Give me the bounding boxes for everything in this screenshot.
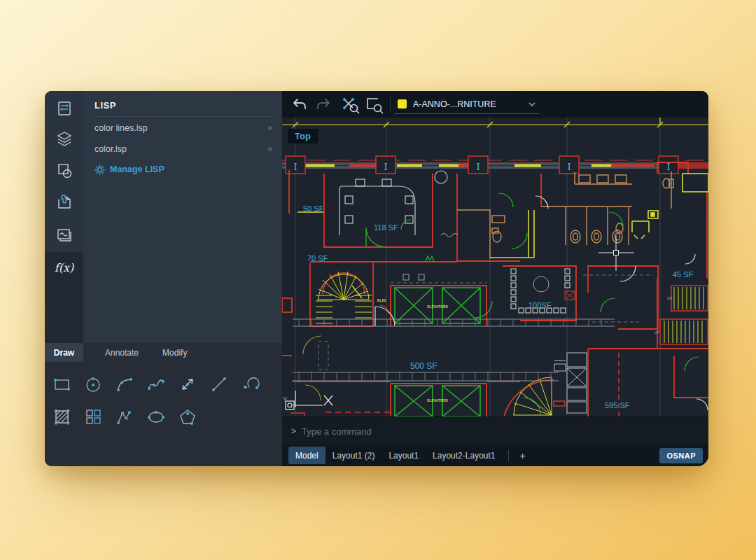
canvas-toolbar: A-ANNO-...RNITURE: [282, 91, 708, 118]
divider: [508, 450, 509, 461]
canvas-column: A-ANNO-...RNITURE: [282, 91, 708, 466]
toolbar-divider: [390, 97, 391, 112]
lisp-panel: LISP color lines.lsp color.lsp Manage LI…: [83, 91, 282, 343]
lisp-item-label: color.lsp: [94, 144, 127, 154]
svg-text:50 SF: 50 SF: [303, 204, 324, 213]
tab-layout2-layout1[interactable]: Layout2-Layout1: [426, 447, 502, 464]
spline-tool[interactable]: [144, 372, 168, 396]
fx-label: f(x): [55, 261, 74, 274]
svg-text:I: I: [384, 162, 388, 172]
svg-text:500 SF: 500 SF: [410, 361, 438, 371]
manage-lisp-button[interactable]: Manage LISP: [94, 161, 164, 178]
floor-plan-drawing: I I I I I: [282, 118, 708, 416]
view-cube-label[interactable]: Top: [288, 129, 318, 144]
svg-text:I: I: [294, 162, 298, 172]
undo-button[interactable]: [288, 94, 312, 115]
manage-lisp-label: Manage LISP: [110, 164, 164, 174]
tab-model[interactable]: Model: [288, 447, 326, 464]
multiline-tool[interactable]: [113, 405, 136, 428]
gear-icon: [94, 164, 105, 175]
lisp-panel-title: LISP: [94, 100, 116, 111]
tab-layout1-2[interactable]: Layout1 (2): [326, 447, 382, 464]
tool-tab-row: Draw Annotate Modify: [45, 343, 282, 362]
osnap-button[interactable]: OSNAP: [659, 448, 703, 463]
block-tool[interactable]: [81, 405, 105, 428]
svg-text:Y: Y: [283, 396, 288, 404]
divider: [94, 116, 271, 117]
lisp-item[interactable]: color.lsp: [83, 139, 282, 160]
arc-tool[interactable]: [113, 372, 136, 396]
layer-dropdown-value: A-ANNO-...RNITURE: [413, 99, 522, 109]
layer-color-swatch: [398, 99, 407, 108]
svg-text:595 SF: 595 SF: [605, 401, 630, 410]
blocks-icon[interactable]: [45, 155, 83, 186]
command-placeholder: Type a command: [302, 426, 372, 437]
svg-text:ELEVATORS: ELEVATORS: [427, 304, 448, 309]
layer-dropdown[interactable]: A-ANNO-...RNITURE: [395, 95, 539, 114]
svg-text:100SF: 100SF: [528, 301, 552, 309]
svg-text:I: I: [667, 162, 671, 172]
xline-tool[interactable]: [176, 372, 200, 396]
add-layout-button[interactable]: +: [514, 450, 531, 461]
line-tool[interactable]: [207, 372, 231, 396]
command-prompt-icon: >: [291, 426, 296, 436]
zoom-window-icon[interactable]: [362, 94, 386, 115]
svg-text:ELEVATORS: ELEVATORS: [427, 398, 448, 402]
redo-button[interactable]: [312, 94, 335, 115]
svg-text:70 SF: 70 SF: [307, 254, 328, 262]
zoom-selection-icon[interactable]: [338, 94, 362, 115]
hatch-tool[interactable]: [50, 405, 74, 428]
panel-settings-icon[interactable]: [45, 93, 83, 124]
svg-text:I: I: [477, 162, 480, 172]
layers-icon[interactable]: [45, 124, 83, 155]
tab-modify[interactable]: Modify: [150, 343, 199, 362]
svg-text:DN: DN: [667, 296, 673, 300]
arc-continue-tool[interactable]: [239, 372, 262, 396]
images-icon[interactable]: [45, 220, 83, 251]
drawing-viewport[interactable]: I I I I I: [282, 118, 708, 416]
svg-text:ELEC: ELEC: [377, 298, 387, 302]
svg-text:45 SF: 45 SF: [673, 270, 694, 279]
lisp-item[interactable]: color lines.lsp: [83, 118, 282, 139]
ellipse-tool[interactable]: [144, 405, 168, 428]
command-input[interactable]: > Type a command: [282, 416, 708, 445]
draw-tools-panel: [45, 362, 282, 466]
tab-annotate[interactable]: Annotate: [93, 343, 150, 362]
lisp-functions-icon[interactable]: f(x): [45, 252, 83, 283]
svg-text:UP: UP: [654, 330, 660, 335]
rectangle-tool[interactable]: [50, 372, 74, 396]
desktop-background: { "sidebar": { "icons": ["panel-settings…: [0, 0, 756, 560]
lisp-item-menu-dot[interactable]: [268, 126, 272, 130]
lisp-item-label: color lines.lsp: [94, 123, 148, 133]
layout-tab-bar: Model Layout1 (2) Layout1 Layout2-Layout…: [282, 444, 708, 466]
app-window: f(x) LISP color lines.lsp color.lsp Mana…: [45, 91, 708, 466]
svg-text:118 SF: 118 SF: [374, 223, 398, 232]
polygon-tool[interactable]: [176, 405, 200, 428]
tab-layout1[interactable]: Layout1: [382, 447, 426, 464]
svg-text:I: I: [568, 162, 571, 172]
lisp-item-menu-dot[interactable]: [268, 147, 272, 151]
circle-tool[interactable]: [81, 372, 105, 396]
attachments-icon[interactable]: [45, 187, 83, 218]
tab-draw[interactable]: Draw: [45, 343, 83, 362]
chevron-down-icon: [528, 102, 536, 107]
